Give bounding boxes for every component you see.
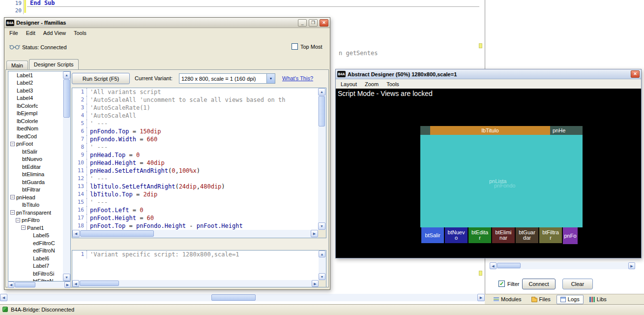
tree-vertical-scrollbar[interactable]: ▲ ▼ [63,71,70,281]
collapse-icon[interactable]: − [21,225,26,230]
code-text[interactable]: pnFoot.Height = 60 [87,214,154,222]
tree-item-lbcolorle[interactable]: lbColorle [8,117,63,125]
tab-main[interactable]: Main [6,61,28,69]
tree-vscroll-thumb[interactable] [63,79,70,118]
abstract-titlebar[interactable]: B4A Abstract Designer (50%) 1280x800,sca… [336,69,641,79]
designer-titlebar[interactable]: B4A Designer - ffamilias _ ❐ ✕ [4,18,330,28]
preview-btfiltra-r[interactable]: btFiltra r [539,227,562,243]
tree-item-lbejempl[interactable]: lbEjempl [8,110,63,118]
variant-horizontal-scrollbar[interactable]: ◀ ▶ [72,280,319,287]
code-text[interactable]: ' --- [87,198,108,206]
menu-item-add-view[interactable]: Add View [39,29,70,37]
code-text[interactable]: 'AutoScaleAll 'uncomment to scale all vi… [87,96,285,104]
filter-checkbox[interactable] [498,281,505,287]
editor-horizontal-scrollbar[interactable]: ◀ ▶ [72,230,318,238]
tree-item-label6[interactable]: Label6 [8,254,63,262]
tab-libs[interactable]: Libs [585,295,611,304]
preview-head-right[interactable]: pnHe [550,126,583,135]
scroll-right-icon[interactable]: ▶ [312,280,319,287]
code-text[interactable]: ' --- [87,120,108,127]
tree-item-lbtitulo[interactable]: lbTitulo [8,201,63,209]
tree-item-pnfiltro[interactable]: −pnFiltro [8,217,63,224]
tab-logs[interactable]: Logs [556,295,584,304]
code-text[interactable]: lbTitulo.SetLeftAndRight(24dip,480dip) [87,183,225,190]
code-text[interactable]: ' --- [87,143,108,151]
variant-editor-lines[interactable]: 1'Variant specific script: 1280x800,scal… [72,251,319,280]
preview-btguar-dar[interactable]: btGuar dar [516,227,538,243]
code-text[interactable]: pnFoot.Left = 0 [87,206,143,214]
editor-vertical-scrollbar[interactable]: ▲ ▼ [318,88,326,230]
code-text[interactable]: 'AutoScaleAll [87,112,136,120]
tab-modules[interactable]: Modules [490,295,526,304]
tree-item-lbedcod[interactable]: lbedCod [8,132,63,140]
tree-item-edfiltroc[interactable]: edFiltroC [8,239,63,247]
scroll-down-icon[interactable]: ▼ [319,273,325,280]
variant-hscroll-thumb[interactable] [80,281,119,286]
logs-horizontal-scrollbar[interactable]: ◀ ▶ [490,262,635,269]
tab-designer-scripts[interactable]: Designer Scripts [29,59,79,69]
menu-item-tools[interactable]: Tools [70,29,90,37]
tree-item-label2[interactable]: Label2 [8,79,63,87]
tree-item-btfiltron[interactable]: btFiltroN [8,278,63,282]
tree-item-label4[interactable]: Label4 [8,94,63,102]
tree-item-label1[interactable]: Label1 [8,71,63,79]
variant-vertical-scrollbar[interactable]: ▲ ▼ [319,251,326,280]
code-text[interactable]: 'All variants script [87,88,161,96]
preview-body[interactable]: pnLista pnFondo [420,135,583,227]
tree-item-bteditar[interactable]: btEditar [8,163,63,171]
close-button[interactable]: ✕ [320,19,328,27]
tree-item-pnhead[interactable]: −pnHead [8,193,63,201]
tree-item-btnuevo[interactable]: btNuevo [8,156,63,163]
code-text[interactable]: ' --- [87,175,108,183]
minimize-button[interactable]: _ [298,19,307,27]
menu-item-zoom[interactable]: Zoom [361,80,382,88]
code-text[interactable]: pnFoot.Top = pnFondo.Height - pnFoot.Hei… [87,222,243,230]
preview-btedita-r[interactable]: btEdita r [468,227,491,243]
scroll-left-icon[interactable]: ◀ [0,294,7,301]
editor-vscroll-thumb[interactable] [319,96,325,126]
menu-item-tools[interactable]: Tools [382,80,403,88]
collapse-icon[interactable]: − [10,195,15,199]
preview-btnuev-o[interactable]: btNuev o [445,227,468,243]
topmost-checkbox[interactable] [292,43,298,50]
maximize-button[interactable]: ❐ [309,19,318,27]
tab-files[interactable]: Files [527,295,555,304]
script-editor-lines[interactable]: 1'All variants script2'AutoScaleAll 'unc… [72,88,318,230]
logs-hscroll-thumb[interactable] [497,263,521,268]
tree-item-label7[interactable]: Label7 [8,262,63,270]
menu-item-layout[interactable]: Layout [337,80,361,88]
scroll-right-icon[interactable]: ▶ [477,294,485,301]
scroll-right-icon[interactable]: ▶ [64,282,71,288]
ide-hscroll-thumb[interactable] [211,294,256,301]
scroll-left-icon[interactable]: ◀ [490,262,497,269]
tree-item-label5[interactable]: Label5 [8,232,63,240]
tree-item-label3[interactable]: Label3 [8,87,63,94]
code-text[interactable]: 'AutoScaleRate(1) [87,104,150,112]
tree-item-btfiltrar[interactable]: btFiltrar [8,186,63,194]
tree-item-pnfoot[interactable]: −pnFoot [8,140,63,148]
menu-item-edit[interactable]: Edit [22,29,39,37]
tree-item-panel1[interactable]: −Panel1 [8,224,63,232]
tree-item-btelimina[interactable]: btElimina [8,171,63,179]
preview-head-left[interactable] [420,126,430,135]
scroll-down-icon[interactable]: ▼ [318,222,325,230]
close-button[interactable]: ✕ [631,70,640,78]
code-text[interactable]: lbTitulo.Top = 2dip [87,190,157,198]
editor-hscroll-thumb[interactable] [80,230,154,237]
scroll-up-icon[interactable]: ▲ [319,251,325,257]
tree-item-btfiltrosi[interactable]: btFiltroSi [8,270,63,278]
code-text[interactable]: pnFondo.Width = 660 [87,135,157,143]
code-text[interactable]: pnHead.Top = 0 [87,151,140,159]
scroll-up-icon[interactable]: ▲ [63,71,70,79]
scroll-up-icon[interactable]: ▲ [318,88,325,95]
clear-button[interactable]: Clear [562,279,593,289]
collapse-icon[interactable]: − [16,218,20,222]
collapse-icon[interactable]: − [10,210,15,215]
preview-btsalir[interactable]: btSalir [421,227,444,243]
scroll-right-icon[interactable]: ▶ [628,262,635,269]
whats-this-link[interactable]: What's This? [282,75,313,81]
scroll-down-icon[interactable]: ▼ [63,274,70,281]
tree-hscroll-thumb[interactable] [15,282,35,287]
variant-dropdown[interactable]: 1280 x 800, scale = 1 (160 dpi) ▼ [179,73,275,84]
preview-btelimi-nar[interactable]: btElimi nar [492,227,515,243]
